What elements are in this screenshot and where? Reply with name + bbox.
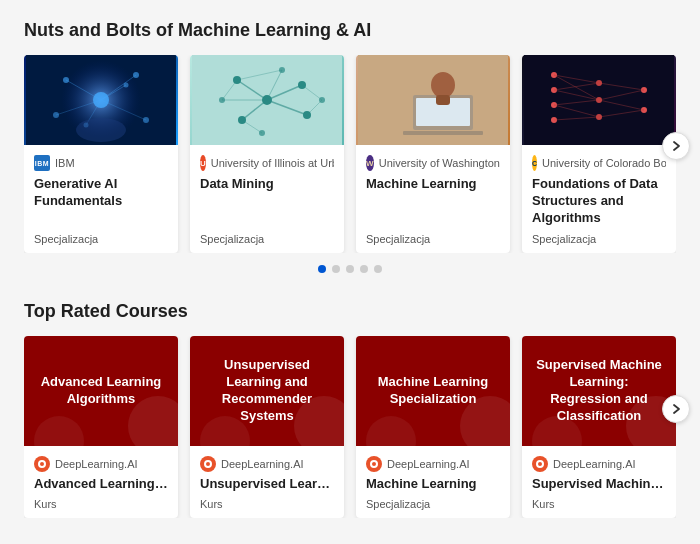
top-card-1-type: Kurs (34, 498, 168, 510)
deeplearning-logo-inner-4 (536, 460, 544, 468)
card-4-body: C University of Colorado Boulder Foundat… (522, 145, 676, 253)
section1-title: Nuts and Bolts of Machine Learning & AI (24, 20, 676, 41)
top-card-3-body: DeepLearning.AI Machine Learning Specjal… (356, 446, 510, 518)
top-card-4[interactable]: Supervised Machine Learning: Regression … (522, 336, 676, 518)
deeplearning-logo-icon-4 (532, 456, 548, 472)
top-card-2-body: DeepLearning.AI Unsupervised Learning, R… (190, 446, 344, 518)
card-3-title: Machine Learning (366, 176, 500, 227)
top-card-1-banner: Advanced Learning Algorithms (24, 336, 178, 446)
top-card-3-provider: DeepLearning.AI (366, 456, 500, 472)
card-3-provider-name: University of Washington (379, 157, 500, 169)
carousel-next-arrow[interactable] (662, 132, 690, 160)
top-card-4-type: Kurs (532, 498, 666, 510)
card-1-provider: IBM IBM (34, 155, 168, 171)
deeplearning-logo-icon-2 (200, 456, 216, 472)
top-card-3-title: Machine Learning (366, 476, 500, 493)
card-2-provider-name: University of Illinois at Urbana-... (211, 157, 334, 169)
carousel-dot-5[interactable] (374, 265, 382, 273)
card-1-image (24, 55, 178, 145)
carousel-card-2[interactable]: U University of Illinois at Urbana-... D… (190, 55, 344, 253)
card-2-image (190, 55, 344, 145)
section2-title: Top Rated Courses (24, 301, 676, 322)
carousel-section: Nuts and Bolts of Machine Learning & AI (24, 20, 676, 273)
top-card-1-banner-text: Advanced Learning Algorithms (24, 364, 178, 418)
card-4-provider-name: University of Colorado Boulder (542, 157, 666, 169)
card-2-title: Data Mining (200, 176, 334, 227)
carousel-cards-row: IBM IBM Generative AI Fundamentals Specj… (24, 55, 676, 253)
top-card-1[interactable]: Advanced Learning Algorithms DeepLearnin… (24, 336, 178, 518)
top-card-1-provider: DeepLearning.AI (34, 456, 168, 472)
top-card-4-provider-name: DeepLearning.AI (553, 458, 636, 470)
card-2-provider: U University of Illinois at Urbana-... (200, 155, 334, 171)
top-card-4-title: Supervised Machine Learning: Regression … (532, 476, 666, 493)
carousel-card-3[interactable]: W University of Washington Machine Learn… (356, 55, 510, 253)
carousel-dot-1[interactable] (318, 265, 326, 273)
top-card-4-banner-text: Supervised Machine Learning: Regression … (522, 347, 676, 435)
deeplearning-logo-inner-1 (38, 460, 46, 468)
card-1-body: IBM IBM Generative AI Fundamentals Specj… (24, 145, 178, 253)
svg-rect-40 (403, 131, 483, 135)
top-card-3[interactable]: Machine Learning Specialization DeepLear… (356, 336, 510, 518)
carousel-dots (24, 265, 676, 273)
carousel-dot-3[interactable] (346, 265, 354, 273)
card-4-title: Foundations of Data Structures and Algor… (532, 176, 666, 227)
card-3-provider: W University of Washington (366, 155, 500, 171)
svg-point-15 (76, 118, 126, 142)
card-2-body: U University of Illinois at Urbana-... D… (190, 145, 344, 253)
top-card-4-banner: Supervised Machine Learning: Regression … (522, 336, 676, 446)
card-3-type: Specjalizacja (366, 233, 500, 245)
top-card-1-provider-name: DeepLearning.AI (55, 458, 138, 470)
carousel-dot-2[interactable] (332, 265, 340, 273)
carousel-card-1[interactable]: IBM IBM Generative AI Fundamentals Specj… (24, 55, 178, 253)
card-1-type: Specjalizacja (34, 233, 168, 245)
top-card-3-type: Specjalizacja (366, 498, 500, 510)
card-1-provider-name: IBM (55, 157, 75, 169)
top-card-2-banner: Unsupervised Learning and Recommender Sy… (190, 336, 344, 446)
carousel-card-4[interactable]: C University of Colorado Boulder Foundat… (522, 55, 676, 253)
uiuc-logo-icon: U (200, 155, 206, 171)
top-rated-section: Top Rated Courses Advanced Learning Algo… (24, 301, 676, 518)
top-card-2[interactable]: Unsupervised Learning and Recommender Sy… (190, 336, 344, 518)
card-1-title: Generative AI Fundamentals (34, 176, 168, 227)
ucb-logo-icon: C (532, 155, 537, 171)
card-4-image (522, 55, 676, 145)
deeplearning-logo-inner-3 (370, 460, 378, 468)
top-card-1-title: Advanced Learning Algorithms (34, 476, 168, 493)
top-card-2-title: Unsupervised Learning, Recommenders,... (200, 476, 334, 493)
top-card-4-provider: DeepLearning.AI (532, 456, 666, 472)
top-rated-cards-row: Advanced Learning Algorithms DeepLearnin… (24, 336, 676, 518)
card-3-body: W University of Washington Machine Learn… (356, 145, 510, 253)
top-card-3-banner: Machine Learning Specialization (356, 336, 510, 446)
svg-rect-42 (436, 95, 450, 105)
page-container: Nuts and Bolts of Machine Learning & AI (0, 0, 700, 538)
card-2-type: Specjalizacja (200, 233, 334, 245)
deeplearning-logo-icon-1 (34, 456, 50, 472)
ibm-logo-icon: IBM (34, 155, 50, 171)
top-card-2-type: Kurs (200, 498, 334, 510)
top-card-2-provider: DeepLearning.AI (200, 456, 334, 472)
uw-logo-icon: W (366, 155, 374, 171)
top-card-2-provider-name: DeepLearning.AI (221, 458, 304, 470)
top-rated-next-arrow[interactable] (662, 395, 690, 423)
top-card-2-banner-text: Unsupervised Learning and Recommender Sy… (190, 347, 344, 435)
svg-point-41 (431, 72, 455, 98)
card-4-type: Specjalizacja (532, 233, 666, 245)
carousel-dot-4[interactable] (360, 265, 368, 273)
deeplearning-logo-inner-2 (204, 460, 212, 468)
card-3-image (356, 55, 510, 145)
top-card-1-body: DeepLearning.AI Advanced Learning Algori… (24, 446, 178, 518)
top-card-3-provider-name: DeepLearning.AI (387, 458, 470, 470)
card-4-provider: C University of Colorado Boulder (532, 155, 666, 171)
top-card-3-banner-text: Machine Learning Specialization (356, 364, 510, 418)
top-card-4-body: DeepLearning.AI Supervised Machine Learn… (522, 446, 676, 518)
deeplearning-logo-icon-3 (366, 456, 382, 472)
